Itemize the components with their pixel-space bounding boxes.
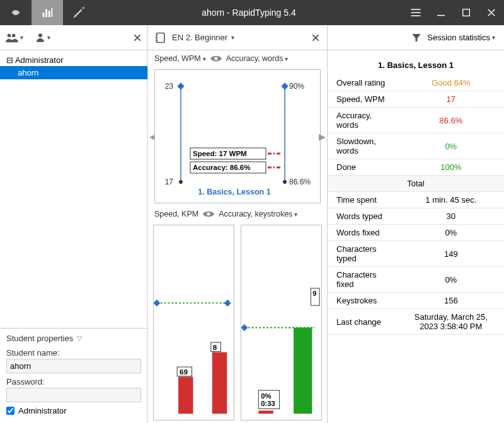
svg-rect-31	[212, 352, 227, 414]
clear-users-icon[interactable]	[132, 33, 142, 43]
svg-rect-39	[258, 410, 273, 414]
session-stats-dropdown[interactable]: Session statistics	[427, 33, 495, 42]
tree-group-label: Administrator	[15, 55, 64, 65]
password-label: Password:	[6, 377, 141, 386]
password-input[interactable]	[6, 388, 141, 402]
chart-area: Speed, WPM Accuracy, words ◀ 23 17	[148, 50, 327, 423]
stats-row: Accuracy, words86.6%	[328, 108, 504, 133]
chart1-header: Speed, WPM Accuracy, words	[152, 50, 323, 67]
admin-checkbox[interactable]	[6, 407, 14, 415]
collapse-icon[interactable]: ⊟	[6, 55, 13, 65]
svg-point-11	[179, 180, 183, 184]
hamburger-icon[interactable]	[403, 0, 428, 25]
svg-point-14	[283, 180, 287, 184]
chart1-left-metric[interactable]: Speed, WPM	[154, 54, 206, 63]
svg-point-3	[38, 33, 42, 37]
tree-item-label: ahorn	[18, 68, 38, 77]
svg-text:Accuracy: 86.6%: Accuracy: 86.6%	[193, 164, 250, 171]
stats-row: Keystrokes156	[328, 293, 504, 309]
stats-row: Words typed30	[328, 208, 504, 225]
stats-title: 1. Basics, Lesson 1	[328, 55, 504, 75]
stats-row: Time spent1 min. 45 sec.	[328, 192, 504, 208]
window-title: ahorn - RapidTyping 5.4	[94, 8, 403, 18]
right-panel: Session statistics 1. Basics, Lesson 1 O…	[328, 25, 504, 423]
admin-checkbox-row[interactable]: Administrator	[6, 406, 141, 415]
eye-icon[interactable]	[210, 55, 222, 62]
minimize-button[interactable]	[428, 0, 454, 25]
svg-text:0:33: 0:33	[261, 400, 275, 408]
stats-row: Speed, WPM17	[328, 91, 504, 108]
svg-rect-10	[177, 82, 184, 89]
student-name-input[interactable]	[6, 359, 141, 373]
svg-point-7	[157, 40, 158, 41]
svg-rect-28	[178, 377, 193, 414]
admin-checkbox-label: Administrator	[18, 406, 67, 415]
stats-row: Overall ratingGood 64%	[328, 75, 504, 91]
svg-rect-35	[241, 324, 248, 331]
svg-point-8	[214, 57, 217, 60]
svg-rect-0	[463, 9, 470, 16]
svg-rect-27	[224, 300, 231, 307]
chart-next-icon[interactable]: ▶	[319, 132, 326, 142]
left-toolbar: ▾ ▾	[0, 25, 147, 50]
course-book-icon[interactable]	[154, 31, 167, 44]
chart2[interactable]: 69 8	[153, 225, 234, 420]
stats-table: 1. Basics, Lesson 1 Overall ratingGood 6…	[328, 50, 504, 340]
tab-stats-icon[interactable]	[32, 0, 63, 25]
user-icon[interactable]: ▾	[35, 32, 50, 43]
stats-row: Words fixed0%	[328, 225, 504, 241]
tab-editor-icon[interactable]	[63, 0, 94, 25]
stats-row: Slowdown, words0%	[328, 133, 504, 159]
tree-group[interactable]: ⊟ Administrator	[0, 54, 147, 66]
chart2-right-metric[interactable]: Accuracy, keystrokes	[219, 210, 297, 218]
chart2-left-metric[interactable]: Speed, KPM	[154, 210, 198, 218]
svg-text:69: 69	[180, 368, 188, 376]
svg-text:Speed: 17 WPM: Speed: 17 WPM	[193, 150, 247, 157]
svg-rect-13	[281, 82, 288, 89]
course-selector[interactable]: EN 2. Beginner	[172, 33, 306, 42]
stats-row: Done100%	[328, 159, 504, 176]
chart1[interactable]: 23 17 90% 86.6% Speed: 17 WPM Accuracy: …	[154, 69, 321, 203]
svg-point-24	[207, 213, 210, 216]
titlebar-tabs	[0, 0, 94, 25]
svg-text:8: 8	[213, 343, 217, 351]
student-properties-panel: Student properties ▽ Student name: Passw…	[0, 328, 147, 423]
chart2-header: Speed, KPM Accuracy, keystrokes	[152, 206, 323, 222]
main-content: ▾ ▾ ⊟ Administrator ahorn Student proper…	[0, 25, 504, 423]
users-icon[interactable]: ▾	[5, 32, 23, 43]
chart1-y1-top: 23	[165, 82, 174, 91]
funnel-icon[interactable]	[411, 32, 422, 43]
middle-panel: EN 2. Beginner Speed, WPM Accuracy, word…	[148, 25, 328, 423]
stats-row: Characters typed149	[328, 241, 504, 267]
student-name-label: Student name:	[6, 348, 141, 358]
chart1-right-metric[interactable]: Accuracy, words	[226, 54, 289, 63]
svg-point-2	[12, 33, 15, 37]
svg-rect-36	[294, 327, 312, 414]
tab-home-icon[interactable]	[0, 0, 32, 25]
close-button[interactable]	[479, 0, 504, 25]
stats-row: Last changeSaturday, March 25, 2023 3:58…	[328, 309, 504, 335]
svg-point-5	[157, 35, 158, 36]
clear-course-icon[interactable]	[311, 33, 321, 43]
svg-text:0%: 0%	[261, 392, 271, 400]
chart3[interactable]: 9 0% 0:33	[241, 225, 322, 420]
tree-item-user[interactable]: ahorn	[0, 66, 147, 79]
middle-toolbar: EN 2. Beginner	[148, 25, 327, 50]
stats-row: Characters fixed0%	[328, 267, 504, 293]
title-bar: ahorn - RapidTyping 5.4	[0, 0, 504, 25]
left-panel: ▾ ▾ ⊟ Administrator ahorn Student proper…	[0, 25, 148, 423]
chart1-y1-bot: 17	[165, 178, 174, 186]
total-header: Total	[328, 176, 504, 192]
svg-text:1. Basics, Lesson 1: 1. Basics, Lesson 1	[198, 188, 270, 196]
right-toolbar: Session statistics	[328, 25, 504, 50]
svg-text:86.6%: 86.6%	[289, 178, 311, 186]
eye-icon[interactable]	[202, 210, 215, 218]
svg-point-6	[157, 37, 158, 38]
collapse-toggle-icon[interactable]: ▽	[77, 334, 82, 342]
user-tree[interactable]: ⊟ Administrator ahorn	[0, 50, 147, 328]
svg-rect-26	[154, 300, 160, 307]
svg-text:9: 9	[312, 290, 316, 297]
small-charts-row: 69 8 9 0%	[152, 222, 323, 423]
svg-text:90%: 90%	[289, 82, 304, 91]
maximize-button[interactable]	[454, 0, 479, 25]
